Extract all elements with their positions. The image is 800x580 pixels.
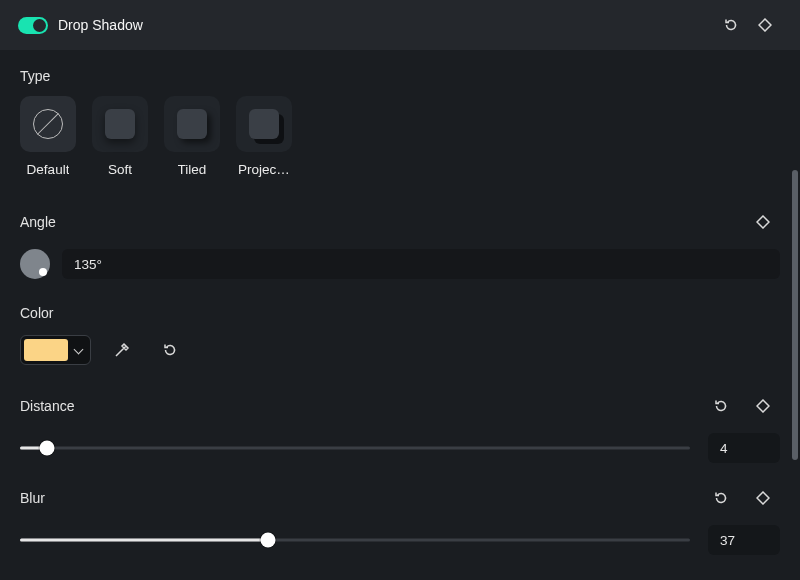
distance-input[interactable]: 4 <box>708 433 780 463</box>
type-option-label: Tiled <box>178 162 207 177</box>
panel-title: Drop Shadow <box>58 17 143 33</box>
distance-label: Distance <box>20 398 74 414</box>
panel-header: Drop Shadow <box>0 0 800 50</box>
type-option-label: Soft <box>108 162 132 177</box>
type-option-label: Projection <box>238 162 290 177</box>
type-options: Default Soft Tiled Projection <box>20 96 780 177</box>
drop-shadow-toggle[interactable] <box>18 17 48 34</box>
panel-content: Type Default Soft Tiled Projection Angle <box>0 50 800 580</box>
color-swatch <box>24 339 68 361</box>
reset-icon[interactable] <box>153 333 187 367</box>
angle-label: Angle <box>20 214 56 230</box>
reset-icon[interactable] <box>704 481 738 515</box>
eyedropper-icon[interactable] <box>105 333 139 367</box>
color-label: Color <box>20 305 780 321</box>
type-option-label: Default <box>27 162 70 177</box>
keyframe-icon[interactable] <box>746 205 780 239</box>
none-icon <box>33 109 63 139</box>
blur-label: Blur <box>20 490 45 506</box>
keyframe-icon[interactable] <box>746 389 780 423</box>
chevron-down-icon <box>74 345 84 355</box>
keyframe-icon[interactable] <box>748 8 782 42</box>
type-label: Type <box>20 68 780 84</box>
angle-dial[interactable] <box>20 249 50 279</box>
reset-icon[interactable] <box>704 573 738 580</box>
blur-slider[interactable] <box>20 530 690 550</box>
angle-input[interactable]: 135° <box>62 249 780 279</box>
color-picker-button[interactable] <box>20 335 91 365</box>
keyframe-icon[interactable] <box>746 573 780 580</box>
reset-icon[interactable] <box>714 8 748 42</box>
type-option-tiled[interactable]: Tiled <box>164 96 220 177</box>
distance-slider[interactable] <box>20 438 690 458</box>
type-option-projection[interactable]: Projection <box>236 96 292 177</box>
keyframe-icon[interactable] <box>746 481 780 515</box>
type-option-default[interactable]: Default <box>20 96 76 177</box>
blur-input[interactable]: 37 <box>708 525 780 555</box>
reset-icon[interactable] <box>704 389 738 423</box>
scrollbar-thumb[interactable] <box>792 170 798 460</box>
type-option-soft[interactable]: Soft <box>92 96 148 177</box>
